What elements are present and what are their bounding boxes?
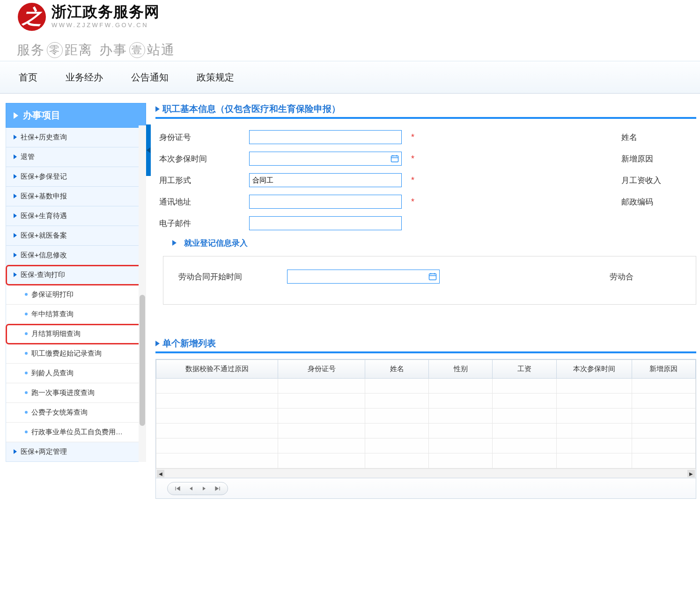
label-r2: 本次参保时间 [155, 153, 249, 164]
required-star: * [411, 132, 414, 142]
table-row[interactable] [156, 453, 696, 468]
nav-item-3[interactable]: 政策规定 [197, 71, 234, 84]
dot-icon [25, 352, 28, 355]
dot-icon [25, 391, 28, 394]
page-header: 之 浙江政务服务网 WWW.ZJZWFW.GOV.CN 服务 零 距离 办事 壹… [0, 0, 700, 94]
sidebar-item-label: 医保+就医备案 [21, 231, 67, 239]
dot-icon [25, 372, 28, 374]
caret-icon [155, 341, 160, 346]
sidebar-scrollbar[interactable] [139, 125, 146, 462]
svg-rect-4 [429, 274, 436, 280]
table-row[interactable] [156, 409, 696, 424]
table-每col-4: 工资 [493, 360, 556, 379]
caret-icon [14, 135, 17, 139]
sidebar-item-0[interactable]: 社保+历史查询 [6, 128, 146, 147]
sidebar-item-5[interactable]: 医保+就医备案 [6, 226, 146, 246]
label-r4: 通讯地址 [155, 197, 249, 207]
required-star: * [411, 154, 414, 164]
dot-icon [25, 293, 28, 296]
input-r4[interactable] [249, 195, 402, 209]
pager-next-button[interactable] [198, 484, 211, 493]
label-r3: 用工形式 [155, 175, 249, 186]
label2-r3: 月工资收入 [621, 175, 696, 186]
pager-last-button[interactable] [211, 484, 224, 493]
sidebar-item-8[interactable]: 参保证明打印 [6, 285, 146, 305]
label2-r2: 新增原因 [621, 153, 696, 164]
sidebar-item-7[interactable]: 医保-查询打印 [6, 265, 146, 285]
table-row[interactable] [156, 394, 696, 409]
caret-icon [172, 240, 177, 246]
slogan: 服务 零 距离 办事 壹 站通 [17, 41, 175, 59]
caret-icon [14, 253, 17, 257]
contract-panel: 劳动合同开始时间 劳动合 [163, 256, 696, 305]
sidebar-collapse-handle[interactable] [146, 124, 151, 176]
sidebar-item-3[interactable]: 医保+基数申报 [6, 187, 146, 206]
data-table: 数据校验不通过原因身份证号姓名性别工资本次参保时间新增原因 ◀ ▶ [155, 359, 696, 478]
sub-section-employment[interactable]: 就业登记信息录入 [172, 238, 696, 248]
caret-icon [155, 106, 160, 112]
sidebar-item-11[interactable]: 职工缴费起始记录查询 [6, 344, 146, 364]
label-r5: 电子邮件 [155, 218, 249, 229]
sidebar-item-15[interactable]: 行政事业单位员工自负费用… [6, 423, 146, 442]
nav-item-1[interactable]: 业务经办 [66, 71, 103, 84]
sidebar-item-label: 年中结算查询 [31, 310, 74, 318]
table-pager [155, 478, 696, 499]
main-content: 职工基本信息（仅包含医疗和生育保险申报） 身份证号*姓名本次参保时间*新增原因用… [155, 103, 700, 499]
top-nav: 首页业务经办公告通知政策规定 [0, 61, 700, 94]
sidebar-item-label: 社保+历史查询 [21, 133, 67, 141]
table-每col-1: 身份证号 [278, 360, 365, 379]
calendar-icon[interactable] [426, 270, 440, 284]
pager-prev-button[interactable] [184, 484, 198, 493]
sidebar-item-label: 医保-查询打印 [21, 270, 65, 278]
sidebar-item-9[interactable]: 年中结算查询 [6, 305, 146, 324]
table-每col-3: 性别 [429, 360, 493, 379]
caret-icon [14, 449, 17, 454]
sidebar-item-label: 参保证明打印 [31, 290, 74, 298]
label2-r4: 邮政编码 [621, 197, 696, 207]
sidebar-item-14[interactable]: 公费子女统筹查询 [6, 403, 146, 423]
nav-item-2[interactable]: 公告通知 [131, 71, 169, 84]
sidebar-item-6[interactable]: 医保+信息修改 [6, 246, 146, 265]
nav-item-0[interactable]: 首页 [19, 71, 37, 84]
sidebar-item-label: 跑一次事项进度查询 [31, 388, 95, 396]
sidebar-item-10[interactable]: 月结算明细查询 [6, 324, 146, 344]
scroll-right-icon[interactable]: ▶ [687, 470, 695, 477]
dot-icon [25, 431, 28, 433]
table-row[interactable] [156, 438, 696, 453]
sidebar-item-13[interactable]: 跑一次事项进度查询 [6, 383, 146, 403]
logo-area: 之 浙江政务服务网 WWW.ZJZWFW.GOV.CN [18, 2, 160, 31]
table-row[interactable] [156, 379, 696, 394]
sidebar-item-1[interactable]: 退管 [6, 147, 146, 167]
sidebar-item-2[interactable]: 医保+参保登记 [6, 167, 146, 187]
sidebar-item-label: 医保+基数申报 [21, 192, 67, 200]
caret-icon [14, 272, 17, 277]
sidebar-item-12[interactable]: 到龄人员查询 [6, 364, 146, 383]
sidebar-item-label: 退管 [21, 153, 35, 161]
sidebar-item-label: 职工缴费起始记录查询 [31, 349, 102, 357]
input-r3[interactable] [249, 173, 402, 187]
sidebar-scroll-thumb[interactable] [140, 295, 145, 426]
input-r1[interactable] [249, 130, 402, 144]
sidebar-item-4[interactable]: 医保+生育待遇 [6, 206, 146, 226]
sidebar-item-label: 医保+信息修改 [21, 251, 67, 259]
input-r2[interactable] [249, 152, 402, 166]
sidebar-item-label: 医保+参保登记 [21, 172, 67, 180]
section-title-add-list: 单个新增列表 [155, 337, 696, 350]
calendar-icon[interactable] [388, 152, 402, 166]
required-star: * [411, 175, 414, 185]
sidebar-item-label: 医保+生育待遇 [21, 212, 67, 219]
table-row[interactable] [156, 424, 696, 438]
sidebar-item-label: 医保+两定管理 [21, 447, 67, 455]
sidebar-item-16[interactable]: 医保+两定管理 [6, 442, 146, 462]
sidebar-item-label: 月结算明细查询 [31, 329, 81, 337]
svg-rect-0 [391, 156, 398, 162]
table-hscrollbar[interactable]: ◀ ▶ [156, 468, 696, 478]
sidebar: 办事项目 社保+历史查询退管医保+参保登记医保+基数申报医保+生育待遇医保+就医… [6, 103, 146, 462]
scroll-left-icon[interactable]: ◀ [157, 470, 164, 477]
pager-first-button[interactable] [171, 484, 184, 493]
input-contract-start[interactable] [287, 270, 440, 284]
caret-icon [14, 154, 17, 159]
section-title-basic-info: 职工基本信息（仅包含医疗和生育保险申报） [155, 103, 696, 115]
table-每col-5: 本次参保时间 [556, 360, 632, 379]
input-r5[interactable] [249, 216, 402, 230]
